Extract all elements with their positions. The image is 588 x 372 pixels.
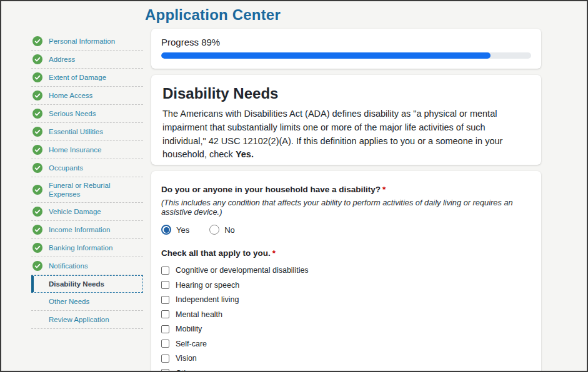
checkbox-option-mobility[interactable]: Mobility [161, 325, 531, 333]
check-circle-icon [32, 127, 42, 137]
check-circle-icon [32, 207, 42, 217]
disability-needs-intro-card: Disability Needs The Americans with Disa… [151, 75, 541, 165]
sidebar-item-vehicle-damage[interactable]: Vehicle Damage [31, 203, 143, 221]
sidebar-item-serious-needs[interactable]: Serious Needs [31, 105, 143, 123]
sidebar-item-disability-needs[interactable]: Disability Needs [31, 275, 143, 293]
check-circle-icon [32, 91, 42, 100]
checkbox-option-mental-health[interactable]: Mental health [161, 310, 531, 319]
sidebar-item-home-access[interactable]: Home Access [31, 87, 143, 105]
sidebar-item-label: Review Application [49, 315, 109, 324]
empty-icon-slot [32, 315, 42, 325]
radio-option-no[interactable]: No [209, 225, 235, 235]
checkbox-option-label: Independent living [176, 295, 239, 304]
radio-option-label: No [224, 225, 235, 235]
checkbox-unchecked-icon[interactable] [161, 355, 169, 363]
radio-option-label: Yes [176, 225, 189, 235]
checkbox-option-label: Vision [176, 354, 197, 363]
sidebar-item-notifications[interactable]: Notifications [31, 257, 143, 275]
check-circle-icon [32, 145, 42, 155]
intro-paragraph: The Americans with Disabilities Act (ADA… [162, 107, 530, 162]
checkbox-option-independent-living[interactable]: Independent living [161, 295, 531, 304]
sidebar-item-essential-utilities[interactable]: Essential Utilities [31, 123, 143, 141]
progress-bar-track [161, 52, 531, 59]
sidebar-item-label: Vehicle Damage [49, 207, 101, 216]
question-apply-text: Check all that apply to you. [161, 248, 271, 258]
sidebar-item-banking-information[interactable]: Banking Information [31, 239, 143, 257]
checkbox-unchecked-icon[interactable] [161, 267, 169, 275]
sidebar-item-occupants[interactable]: Occupants [31, 159, 143, 177]
question-disability-label: Do you or anyone in your household have … [161, 185, 531, 194]
checkbox-option-label: Mental health [176, 310, 222, 319]
question-disability-hint: (This includes any condition that affect… [161, 198, 531, 217]
required-asterisk: * [382, 185, 386, 194]
check-circle-icon [32, 54, 42, 64]
sidebar-item-label: Notifications [49, 262, 88, 270]
disability-form-card: Do you or anyone in your household have … [151, 171, 541, 372]
checkbox-option-other[interactable]: Other [161, 369, 531, 372]
radio-unselected-icon[interactable] [209, 225, 219, 235]
sidebar-item-label: Banking Information [49, 243, 112, 252]
check-circle-icon [32, 243, 42, 253]
application-steps-sidebar: Personal InformationAddressExtent of Dam… [31, 32, 143, 329]
sidebar-item-extent-of-damage[interactable]: Extent of Damage [31, 69, 143, 87]
check-circle-icon [32, 225, 42, 235]
sidebar-item-label: Other Needs [49, 297, 89, 306]
checkbox-option-label: Self-care [176, 340, 207, 348]
sidebar-item-label: Home Insurance [49, 145, 101, 154]
sidebar-item-label: Disability Needs [49, 280, 104, 288]
check-circle-icon [32, 109, 42, 119]
checkbox-option-self-care[interactable]: Self-care [161, 340, 531, 348]
sidebar-item-label: Income Information [49, 225, 110, 234]
sidebar-item-label: Extent of Damage [49, 73, 106, 82]
check-circle-icon [32, 185, 42, 195]
checkbox-unchecked-icon[interactable] [161, 310, 169, 318]
progress-card: Progress 89% [151, 29, 541, 69]
sidebar-item-home-insurance[interactable]: Home Insurance [31, 141, 143, 159]
page-title: Application Center [145, 6, 281, 24]
sidebar-item-personal-information[interactable]: Personal Information [31, 32, 143, 51]
radio-selected-icon[interactable] [161, 225, 171, 235]
checkbox-option-vision[interactable]: Vision [161, 354, 531, 363]
question-apply-label: Check all that apply to you.* [161, 248, 531, 258]
sidebar-item-other-needs[interactable]: Other Needs [31, 293, 143, 311]
check-circle-icon [32, 72, 42, 82]
sidebar-item-label: Funeral or Reburial Expenses [49, 181, 142, 198]
checkbox-option-label: Cognitive or developmental disabilities [176, 266, 309, 275]
sidebar-item-label: Serious Needs [49, 109, 96, 118]
checkbox-option-label: Other [176, 369, 195, 372]
checkbox-unchecked-icon[interactable] [161, 281, 169, 289]
progress-bar-fill [161, 52, 491, 59]
sidebar-item-income-information[interactable]: Income Information [31, 221, 143, 239]
sidebar-item-label: Home Access [49, 91, 92, 100]
check-circle-icon [32, 261, 42, 271]
disability-checkbox-list: Cognitive or developmental disabilitiesH… [161, 266, 531, 372]
question-disability-text: Do you or anyone in your household have … [161, 185, 381, 194]
checkbox-option-hearing-or-speech[interactable]: Hearing or speech [161, 281, 531, 290]
check-circle-icon [32, 36, 42, 46]
section-heading: Disability Needs [162, 85, 530, 102]
checkbox-option-label: Mobility [176, 325, 202, 333]
checkbox-option-cognitive-or-developmental-disabilities[interactable]: Cognitive or developmental disabilities [161, 266, 531, 275]
sidebar-item-address[interactable]: Address [31, 51, 143, 69]
sidebar-item-label: Personal Information [49, 37, 115, 46]
sidebar-item-funeral-or-reburial-expenses[interactable]: Funeral or Reburial Expenses [31, 177, 143, 203]
sidebar-item-label: Address [49, 55, 75, 64]
checkbox-unchecked-icon[interactable] [161, 325, 169, 333]
required-asterisk: * [272, 248, 276, 258]
check-circle-icon [32, 163, 42, 173]
sidebar-item-label: Essential Utilities [49, 127, 103, 136]
checkbox-unchecked-icon[interactable] [161, 369, 169, 372]
checkbox-unchecked-icon[interactable] [161, 296, 169, 304]
progress-label: Progress 89% [161, 37, 531, 47]
radio-option-yes[interactable]: Yes [161, 225, 189, 235]
empty-icon-slot [32, 296, 42, 306]
checkbox-option-label: Hearing or speech [176, 281, 239, 290]
sidebar-item-review-application[interactable]: Review Application [31, 311, 143, 329]
sidebar-item-label: Occupants [49, 164, 83, 172]
checkbox-unchecked-icon[interactable] [161, 340, 169, 348]
disability-radio-group: YesNo [161, 225, 531, 235]
